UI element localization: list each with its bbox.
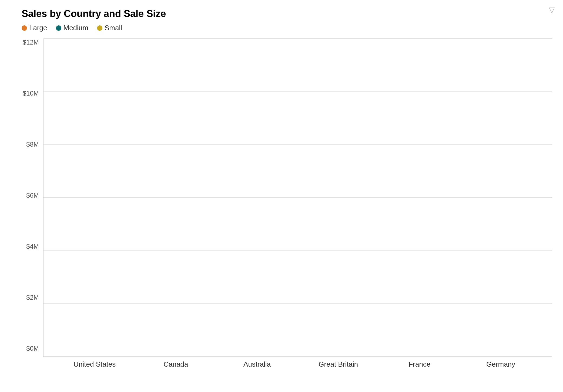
chart-inner: United StatesCanadaAustraliaGreat Britai… [43, 39, 552, 369]
chart-container: ▽ Sales by Country and Sale Size Large M… [0, 0, 563, 392]
chart-area: $0M$2M$4M$6M$8M$10M$12M United StatesCan… [22, 39, 552, 369]
legend-item-medium: Medium [56, 24, 88, 32]
legend-dot-large [22, 25, 27, 31]
y-axis-label: $6M [26, 192, 39, 199]
legend-item-small: Small [97, 24, 122, 32]
y-axis-label: $8M [26, 141, 39, 148]
y-axis: $0M$2M$4M$6M$8M$10M$12M [22, 39, 43, 369]
legend-dot-medium [56, 25, 61, 31]
y-axis-label: $2M [26, 294, 39, 301]
x-labels: United StatesCanadaAustraliaGreat Britai… [43, 360, 552, 369]
legend-dot-small [97, 25, 102, 31]
x-axis-label: Germany [471, 360, 531, 369]
y-axis-label: $12M [23, 39, 39, 46]
x-axis-label: Canada [146, 360, 206, 369]
y-axis-label: $4M [26, 243, 39, 250]
legend-label-large: Large [29, 24, 47, 32]
grid-and-bars [43, 39, 552, 357]
filter-icon[interactable]: ▽ [549, 5, 555, 14]
x-axis-label: Great Britain [309, 360, 368, 369]
chart-title: Sales by Country and Sale Size [22, 8, 552, 19]
legend: Large Medium Small [22, 24, 552, 32]
x-axis-label: Australia [227, 360, 287, 369]
x-axis-label: United States [65, 360, 124, 369]
y-axis-label: $10M [23, 90, 39, 97]
bars-area [43, 39, 552, 357]
y-axis-label: $0M [26, 345, 39, 352]
legend-item-large: Large [22, 24, 47, 32]
x-axis-label: France [390, 360, 449, 369]
legend-label-small: Small [105, 24, 122, 32]
legend-label-medium: Medium [63, 24, 88, 32]
